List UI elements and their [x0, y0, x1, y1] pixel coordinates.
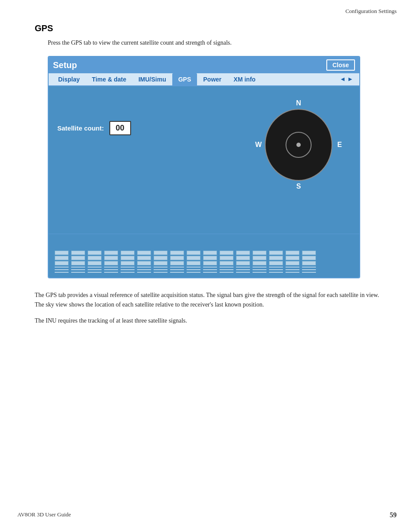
bar-line: [137, 272, 151, 273]
bar-segment: [170, 256, 184, 260]
bar-segment: [269, 256, 283, 260]
bar-segment: [220, 256, 233, 260]
bar-line: [104, 272, 118, 273]
bar-line: [269, 267, 283, 268]
bar-segment: [220, 251, 233, 255]
bar-segment: [170, 261, 184, 265]
bar-line: [170, 267, 184, 268]
bar-line: [220, 267, 233, 268]
bar-line: [88, 269, 102, 270]
bar-segment: [269, 251, 283, 255]
bar-line: [154, 267, 168, 268]
bars-row: [55, 238, 353, 273]
bar-line: [88, 272, 102, 273]
tab-xm-info[interactable]: XM info: [227, 73, 262, 85]
compass-center-dot: [296, 143, 301, 147]
bar-segment: [187, 251, 200, 255]
bar-group: [236, 251, 250, 273]
bar-segment: [121, 251, 135, 255]
bar-segment: [236, 256, 250, 260]
bar-line: [269, 272, 283, 273]
bar-line: [154, 269, 168, 270]
tab-gps[interactable]: GPS: [172, 73, 197, 85]
tab-imu-simu[interactable]: IMU/Simu: [132, 73, 172, 85]
bar-line: [253, 272, 266, 273]
bar-line: [236, 272, 250, 273]
bar-segment: [137, 256, 151, 260]
bar-group: [220, 251, 233, 273]
bar-group: [154, 251, 168, 273]
tab-power[interactable]: Power: [197, 73, 227, 85]
compass-inner-circle: [286, 132, 312, 158]
page-footer: AV8OR 3D User Guide 59: [0, 511, 414, 519]
bar-group: [55, 251, 69, 273]
bar-group: [302, 251, 316, 273]
bar-segment: [121, 261, 135, 265]
bar-line: [203, 272, 217, 273]
bar-line: [236, 267, 250, 268]
bar-line: [236, 269, 250, 270]
bar-group: [137, 251, 151, 273]
compass-east: E: [337, 141, 342, 149]
bar-segment: [236, 261, 250, 265]
bar-segment: [55, 261, 69, 265]
satellite-count-value: 00: [109, 121, 131, 135]
bar-group: [269, 251, 283, 273]
compass-south: S: [296, 183, 301, 190]
bar-segment: [170, 251, 184, 255]
bar-segment: [236, 251, 250, 255]
bar-segment: [88, 256, 102, 260]
bar-segment: [104, 251, 118, 255]
tab-nav-arrows[interactable]: ◄ ►: [337, 73, 356, 85]
bar-segment: [88, 251, 102, 255]
bar-segment: [71, 256, 85, 260]
bar-line: [71, 272, 85, 273]
bar-group: [253, 251, 266, 273]
compass-panel: N S W E: [246, 95, 351, 225]
bar-line: [220, 272, 233, 273]
tab-display[interactable]: Display: [52, 73, 86, 85]
close-button[interactable]: Close: [326, 59, 355, 71]
satellite-row: Satellite count: 00: [57, 121, 238, 135]
compass-outer-circle: [265, 109, 332, 181]
description-para1: The GPS tab provides a visual reference …: [35, 290, 379, 310]
intro-text: Press the GPS tab to view the current sa…: [48, 39, 379, 46]
bar-line: [203, 267, 217, 268]
bar-segment: [154, 261, 168, 265]
bar-line: [187, 269, 200, 270]
tab-time-date[interactable]: Time & date: [86, 73, 132, 85]
satellite-count-label: Satellite count:: [57, 124, 104, 132]
tab-bar: Display Time & date IMU/Simu GPS Power X…: [49, 73, 359, 86]
bar-line: [286, 272, 299, 273]
main-content: GPS Press the GPS tab to view the curren…: [0, 19, 414, 349]
setup-panel: Setup Close Display Time & date IMU/Simu…: [48, 56, 360, 278]
bar-group: [104, 251, 118, 273]
setup-header: Setup Close: [49, 57, 359, 73]
bar-group: [187, 251, 200, 273]
bar-segment: [302, 256, 316, 260]
bar-line: [154, 272, 168, 273]
bar-line: [302, 272, 316, 273]
bar-segment: [203, 251, 217, 255]
bar-group: [170, 251, 184, 273]
bar-segment: [104, 261, 118, 265]
bar-segment: [286, 251, 299, 255]
bar-line: [55, 272, 69, 273]
bar-line: [121, 269, 135, 270]
bar-segment: [253, 261, 266, 265]
bar-group: [71, 251, 85, 273]
bar-line: [286, 267, 299, 268]
bar-line: [121, 272, 135, 273]
bar-line: [88, 267, 102, 268]
bar-line: [71, 269, 85, 270]
bar-line: [104, 269, 118, 270]
left-panel: Satellite count: 00: [57, 95, 238, 225]
bar-line: [203, 269, 217, 270]
section-title: GPS: [35, 23, 379, 33]
bar-segment: [104, 256, 118, 260]
bar-group: [286, 251, 299, 273]
setup-title: Setup: [53, 60, 77, 70]
bar-group: [203, 251, 217, 273]
bar-line: [137, 269, 151, 270]
bar-line: [170, 269, 184, 270]
